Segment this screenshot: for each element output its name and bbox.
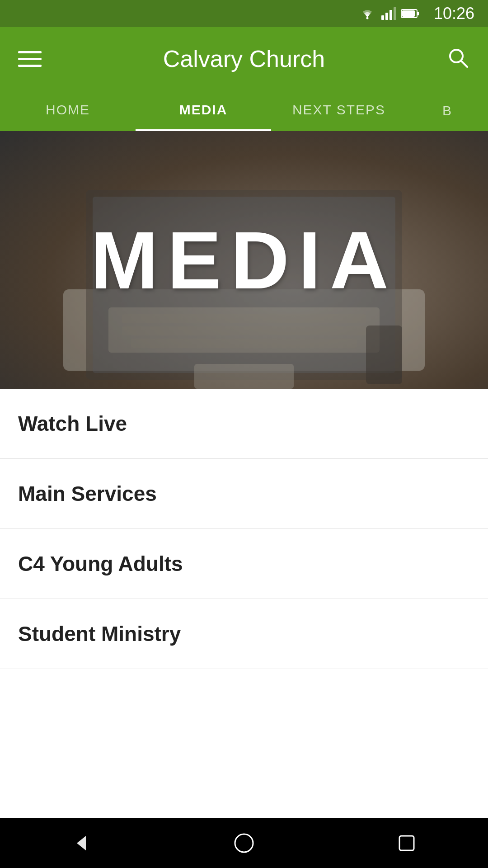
android-nav-bar xyxy=(0,818,488,868)
app-header: Calvary Church xyxy=(0,27,488,90)
battery-icon xyxy=(401,9,419,19)
menu-item-c4-young-adults[interactable]: C4 Young Adults xyxy=(0,529,488,599)
svg-rect-15 xyxy=(122,326,366,335)
status-time: 10:26 xyxy=(434,4,474,23)
svg-rect-2 xyxy=(385,13,388,20)
status-icons: 10:26 xyxy=(359,4,474,23)
svg-rect-18 xyxy=(366,326,402,384)
hero-banner: MEDIA xyxy=(0,131,488,389)
svg-rect-7 xyxy=(417,12,419,15)
svg-rect-1 xyxy=(381,15,384,20)
tab-home[interactable]: HOME xyxy=(0,90,136,131)
android-home-button[interactable] xyxy=(232,831,256,855)
svg-line-9 xyxy=(461,61,467,67)
svg-rect-4 xyxy=(394,7,396,20)
svg-rect-14 xyxy=(122,314,366,323)
menu-button[interactable] xyxy=(18,51,42,67)
android-recent-button[interactable] xyxy=(395,831,418,855)
svg-marker-19 xyxy=(77,836,86,850)
svg-rect-17 xyxy=(194,364,294,389)
app-title: Calvary Church xyxy=(163,45,325,72)
menu-list: Watch Live Main Services C4 Young Adults… xyxy=(0,389,488,669)
tab-media[interactable]: MEDIA xyxy=(136,90,271,131)
svg-point-0 xyxy=(366,17,368,19)
svg-point-20 xyxy=(235,834,253,852)
menu-item-student-ministry[interactable]: Student Ministry xyxy=(0,599,488,669)
android-back-button[interactable] xyxy=(70,831,93,855)
menu-item-watch-live[interactable]: Watch Live xyxy=(0,389,488,459)
svg-rect-3 xyxy=(389,10,392,20)
wifi-icon xyxy=(359,7,376,20)
tab-extra[interactable]: B xyxy=(407,90,488,131)
svg-rect-21 xyxy=(399,836,414,850)
tab-next-steps[interactable]: NEXT STEPS xyxy=(271,90,407,131)
svg-rect-6 xyxy=(402,10,415,17)
search-button[interactable] xyxy=(446,46,470,71)
menu-item-main-services[interactable]: Main Services xyxy=(0,459,488,529)
status-bar: 10:26 xyxy=(0,0,488,27)
hero-title: MEDIA xyxy=(90,213,398,307)
signal-icon xyxy=(381,7,396,20)
nav-tabs: HOME MEDIA NEXT STEPS B xyxy=(0,90,488,131)
svg-rect-16 xyxy=(131,339,357,348)
